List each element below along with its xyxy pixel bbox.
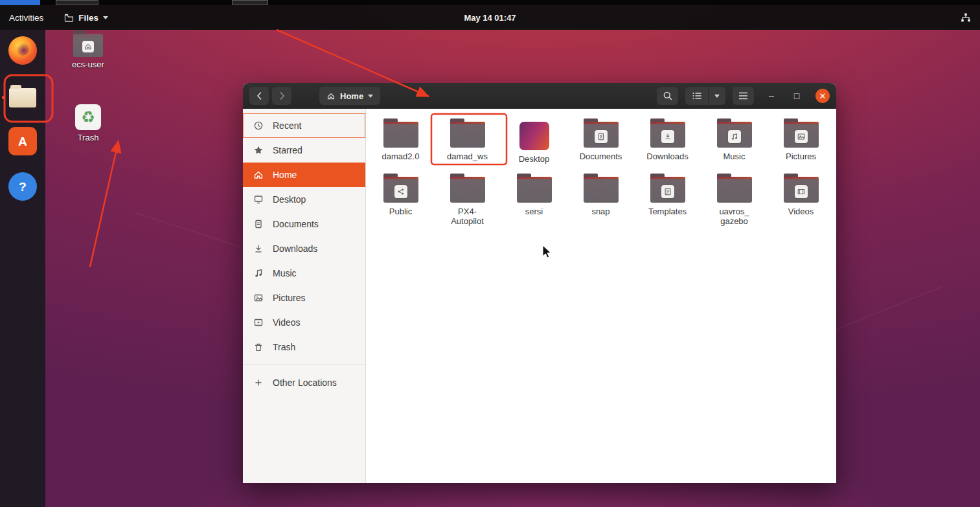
- screen-artifact: [0, 0, 40, 5]
- desktop-icon-ecs-user[interactable]: ecs-user: [60, 34, 116, 69]
- file-label: Videos: [788, 207, 814, 216]
- sidebar-item-music[interactable]: Music: [243, 261, 365, 286]
- folder-icon: [650, 177, 685, 203]
- file-item-snap[interactable]: snap: [567, 172, 634, 234]
- annotation-arrow-dock: [90, 141, 119, 267]
- window-header[interactable]: Home – □ ✕: [243, 83, 836, 109]
- share-emblem-icon: [394, 185, 407, 198]
- network-icon[interactable]: [961, 12, 971, 23]
- top-bar: Activities Files May 14 01:47: [0, 5, 980, 30]
- list-view-button[interactable]: [685, 87, 709, 105]
- file-label: Templates: [648, 207, 687, 216]
- sidebar-item-other-locations[interactable]: Other Locations: [243, 370, 365, 395]
- folder-icon: [717, 177, 752, 203]
- dock-item-software[interactable]: A: [7, 126, 38, 157]
- sidebar-item-label: Other Locations: [273, 377, 337, 388]
- file-label: snap: [591, 207, 610, 216]
- plus-icon: [253, 377, 264, 388]
- download-emblem-icon: [661, 130, 674, 143]
- sidebar-item-desktop[interactable]: Desktop: [243, 187, 365, 212]
- videos-icon: [253, 317, 264, 328]
- file-label: Documents: [580, 152, 622, 161]
- back-button[interactable]: [249, 87, 269, 105]
- sidebar-item-starred[interactable]: Starred: [243, 138, 365, 163]
- dock-item-files[interactable]: [7, 80, 38, 111]
- search-button[interactable]: [657, 87, 678, 105]
- maximize-button[interactable]: □: [789, 91, 804, 101]
- file-label: Desktop: [519, 154, 550, 164]
- app-menu-label: Files: [78, 13, 98, 23]
- view-toggle-button: [685, 87, 725, 105]
- screen-artifact: [56, 0, 98, 5]
- menu-button[interactable]: [733, 87, 754, 105]
- file-label: uavros_ gazebo: [719, 207, 749, 226]
- desktop-icon: [253, 194, 264, 205]
- folder-icon: [383, 177, 418, 203]
- help-glyph: ?: [19, 180, 27, 194]
- close-button[interactable]: ✕: [815, 89, 830, 103]
- home-emblem-icon: [82, 41, 94, 52]
- dock-item-help[interactable]: ?: [7, 171, 38, 202]
- video-emblem-icon: [795, 185, 808, 198]
- file-item-damad2.0[interactable]: damad2.0: [367, 117, 434, 172]
- folder-icon: [784, 122, 819, 148]
- forward-button[interactable]: [272, 87, 291, 105]
- file-label: PX4- Autopilot: [451, 207, 484, 226]
- ubuntu-software-icon: A: [8, 127, 37, 155]
- sidebar-item-label: Music: [273, 268, 297, 278]
- view-options-button[interactable]: [709, 87, 725, 105]
- minimize-button[interactable]: –: [764, 91, 779, 101]
- file-item-videos[interactable]: Videos: [768, 172, 834, 234]
- app-menu-button[interactable]: Files: [64, 13, 108, 23]
- home-icon: [253, 170, 264, 180]
- sidebar-item-documents[interactable]: Documents: [243, 212, 365, 236]
- file-item-desktop[interactable]: Desktop: [501, 117, 567, 172]
- sidebar-item-home[interactable]: Home: [243, 163, 365, 187]
- file-item-documents[interactable]: Documents: [567, 117, 634, 172]
- file-item-downloads[interactable]: Downloads: [634, 117, 701, 172]
- sidebar-item-label: Videos: [273, 317, 301, 328]
- chevron-down-icon: [714, 95, 720, 98]
- desktop: Activities Files May 14 01:47: [0, 0, 980, 507]
- sidebar-item-label: Trash: [273, 342, 295, 352]
- folder-icon: [584, 122, 619, 148]
- file-item-templates[interactable]: Templates: [634, 172, 701, 234]
- sidebar-item-label: Starred: [273, 145, 302, 155]
- dock: A ?: [0, 30, 45, 507]
- sidebar-item-recent[interactable]: Recent: [243, 113, 365, 138]
- activities-button[interactable]: Activities: [9, 13, 43, 23]
- file-label: Downloads: [646, 152, 688, 161]
- software-glyph: A: [18, 135, 27, 148]
- template-emblem-icon: [661, 185, 674, 198]
- list-view-icon: [692, 91, 702, 100]
- file-item-music[interactable]: Music: [701, 117, 768, 172]
- home-folder-icon: [73, 34, 103, 57]
- dock-item-firefox[interactable]: [7, 35, 38, 66]
- home-icon: [326, 92, 336, 100]
- desktop-folder-icon: [519, 122, 549, 150]
- folder-icon: [784, 177, 819, 203]
- files-window: Home – □ ✕ RecentStarredH: [243, 83, 836, 483]
- file-item-public[interactable]: Public: [367, 172, 434, 234]
- files-app-icon: [64, 14, 74, 22]
- file-item-uavros-gazebo[interactable]: uavros_ gazebo: [701, 172, 768, 234]
- sidebar-item-label: Recent: [273, 120, 301, 131]
- document-emblem-icon: [595, 130, 608, 143]
- folder-icon: [717, 122, 752, 148]
- sidebar-item-downloads[interactable]: Downloads: [243, 236, 365, 261]
- path-bar-home-button[interactable]: Home: [319, 87, 380, 105]
- desktop-icon-label: Trash: [60, 133, 116, 142]
- file-item-px4-autopilot[interactable]: PX4- Autopilot: [434, 172, 501, 234]
- sidebar-item-videos[interactable]: Videos: [243, 310, 365, 335]
- sidebar-item-pictures[interactable]: Pictures: [243, 286, 365, 310]
- clock[interactable]: May 14 01:47: [464, 13, 516, 23]
- file-item-damad-ws[interactable]: damad_ws: [434, 117, 501, 172]
- recent-icon: [253, 120, 264, 131]
- sidebar-item-trash[interactable]: Trash: [243, 335, 365, 359]
- desktop-icon-trash[interactable]: ♻ Trash: [60, 104, 116, 142]
- folder-icon: [584, 177, 619, 203]
- path-label: Home: [340, 91, 363, 101]
- file-item-pictures[interactable]: Pictures: [768, 117, 834, 172]
- file-item-sersi[interactable]: sersi: [501, 172, 567, 234]
- sidebar-item-label: Desktop: [273, 194, 306, 205]
